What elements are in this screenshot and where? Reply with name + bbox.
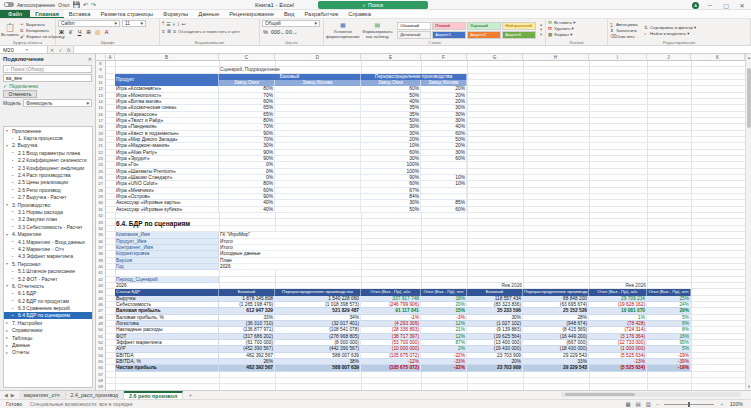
column-header[interactable]: E [361, 54, 421, 61]
ribbon-tab-1[interactable]: Главная [30, 10, 64, 18]
grid-cell[interactable]: (5 525 634) [589, 365, 647, 371]
cell-style-chip-3[interactable]: Нейтральный [502, 22, 536, 30]
comma-style-button[interactable]: 000 [271, 29, 278, 35]
tree-item-10[interactable]: ▾3. Производство [4, 201, 92, 208]
align-bottom-icon[interactable]: ⤓ [173, 20, 175, 27]
align-center-icon[interactable]: ≣ [167, 28, 171, 34]
tree-item-22[interactable]: ▪6.1 БДР [4, 290, 92, 297]
wrap-text-icon[interactable]: ↩ [181, 21, 185, 27]
ribbon-tab-4[interactable]: Формулы [158, 10, 193, 18]
tree-item-2[interactable]: ▾2. Выручка [4, 142, 92, 149]
column-header[interactable]: F [421, 54, 467, 61]
expander-icon[interactable]: ▸ [6, 320, 10, 325]
horizontal-scroll-thumb[interactable] [565, 393, 635, 396]
panel-search-input[interactable]: ⌕ Поиск (Обзор) [3, 65, 92, 73]
model-select[interactable]: Финмодель ▾ [23, 99, 92, 107]
tree-item-20[interactable]: ▪5.2 ФОТ - Расчет [4, 275, 92, 282]
grid-cell[interactable]: 40% [219, 207, 275, 213]
tree-item-8[interactable]: ▪2.6 Репо производ [4, 186, 92, 193]
zoom-slider[interactable] [664, 404, 714, 405]
sheet-tab-0[interactable]: маркетинг_отч [19, 391, 66, 399]
grid-cell[interactable]: 588 007 639 [275, 365, 361, 371]
zoom-level[interactable]: 100% [730, 401, 743, 407]
cell-style-chip-6[interactable]: Акцент2 [467, 31, 501, 39]
save-icon[interactable]: 💾 [72, 1, 80, 8]
format-cells-button[interactable]: ▦Формат▾ [548, 32, 605, 37]
tree-item-25[interactable]: ▪6.4 БДР по сценариям [4, 312, 92, 319]
tree-item-7[interactable]: ▪2.5 Цены реализации [4, 179, 92, 186]
add-sheet-icon[interactable]: ＋ [183, 391, 197, 399]
tree-item-5[interactable]: ▪2.3 Коэффициент инфляции [4, 164, 92, 171]
fill-button[interactable]: ⬇Заполнить [610, 28, 638, 33]
column-header[interactable]: D [275, 54, 361, 61]
redo-icon[interactable]: ↷ [91, 1, 96, 8]
grid-cell[interactable]: 2026 [219, 264, 361, 270]
grid-cell[interactable]: Год [115, 264, 219, 270]
ribbon-tab-0[interactable]: Файл [0, 10, 30, 18]
ribbon-tab-3[interactable]: Разметка страницы [95, 10, 158, 18]
italic-button[interactable]: К [67, 29, 74, 35]
tree-item-15[interactable]: ▪4.1 Маркетинг - Вход данных [4, 238, 92, 245]
autosum-button[interactable]: ∑Автосумма [610, 22, 638, 27]
formula-input[interactable] [74, 46, 751, 53]
number-format-select[interactable]: Общий▾ [262, 20, 320, 27]
insert-cells-button[interactable]: ⊞Вставить▾ [548, 20, 605, 25]
column-header[interactable]: J [647, 54, 691, 61]
align-top-icon[interactable]: ⤒ [162, 20, 164, 27]
tree-item-21[interactable]: ▾6. Отчетность [4, 282, 92, 289]
ribbon-tab-6[interactable]: Рецензирование [224, 10, 279, 18]
tree-item-28[interactable]: ▸Таблицы [4, 334, 92, 341]
column-header[interactable]: I [589, 54, 647, 61]
align-right-icon[interactable]: ≡ [173, 28, 176, 34]
panel-close-icon[interactable]: ✕ [88, 56, 92, 62]
expander-icon[interactable]: ▸ [6, 328, 10, 333]
minimize-icon[interactable]: ─ [705, 2, 715, 8]
tree-item-9[interactable]: ▪2.7 Выручка - Расчет [4, 194, 92, 201]
scroll-up-icon[interactable]: ▲ [746, 54, 751, 61]
tree-item-30[interactable]: ▸Отчеты [4, 349, 92, 356]
ribbon-tab-2[interactable]: Вставка [64, 10, 96, 18]
grid-cell[interactable]: 29 229 543 [523, 365, 589, 371]
align-left-icon[interactable]: ≡ [162, 28, 165, 34]
tree-item-16[interactable]: ▪4.2 Маркетинг - Отч [4, 245, 92, 252]
tree-item-0[interactable]: ▾Приложение [4, 127, 92, 134]
confirm-entry-icon[interactable]: ✓ [59, 47, 63, 53]
cell-style-chip-1[interactable]: Плохой [432, 22, 466, 30]
scroll-down-icon[interactable]: ▼ [746, 383, 751, 390]
sheet-next-icon[interactable]: ▶ [11, 392, 15, 398]
grid-cell[interactable]: 23 703 909 [467, 365, 523, 371]
expander-icon[interactable]: ▾ [6, 143, 10, 148]
tree-item-11[interactable]: ▪3.1 Нормы расхода [4, 208, 92, 215]
zoom-knob[interactable] [688, 402, 690, 407]
grid-cell[interactable]: Чистая прибыль [115, 365, 219, 371]
expander-icon[interactable]: ▸ [6, 335, 10, 340]
cancel-button[interactable]: Отменить [3, 90, 37, 98]
page-break-view-icon[interactable]: ▥ [646, 401, 651, 407]
tree-item-19[interactable]: ▪5.1 Штатное расписание [4, 267, 92, 274]
ribbon-tab-8[interactable]: Разработчик [299, 10, 343, 18]
worksheet-grid[interactable]: ABCDEFGHIJK89101112131415161718192021222… [96, 54, 745, 390]
sheet-tab-2[interactable]: 2.6 репо произвол [124, 391, 183, 399]
cell-style-chip-2[interactable]: Хороший [467, 22, 501, 30]
select-all-corner[interactable] [96, 54, 106, 61]
zoom-in-icon[interactable]: ＋ [719, 401, 725, 408]
vertical-scrollbar[interactable]: ▲ ▼ [745, 54, 751, 390]
fill-color-button[interactable]: ▨ [94, 29, 101, 35]
find-select-button[interactable]: ⌕Найти и выделить▾ [644, 31, 696, 36]
borders-button[interactable]: ⊞ [85, 29, 92, 35]
grid-cell[interactable]: -19% [647, 365, 691, 371]
undo-icon[interactable]: ↶ [83, 1, 88, 8]
column-header[interactable]: K [691, 54, 745, 61]
font-name-select[interactable]: Calibri▾ [58, 20, 120, 27]
expander-icon[interactable]: ▸ [6, 343, 10, 348]
grid-cell[interactable]: Продукт [115, 74, 219, 87]
normal-view-icon[interactable]: ▦ [625, 401, 630, 407]
merge-center-button[interactable]: Объединить и поместить в центре [178, 29, 240, 34]
gallery-more-icon[interactable]: ▼ [539, 33, 543, 37]
tree-item-26[interactable]: ▸7. Настройки [4, 319, 92, 326]
format-as-table-button[interactable]: ▤ Форматировать как таблицу [362, 21, 394, 39]
insert-function-icon[interactable]: fx [67, 47, 71, 53]
avatar[interactable]: А [692, 2, 699, 9]
cell-style-chip-4[interactable]: Денежный [397, 31, 431, 39]
align-middle-icon[interactable]: ☰ [166, 21, 170, 27]
